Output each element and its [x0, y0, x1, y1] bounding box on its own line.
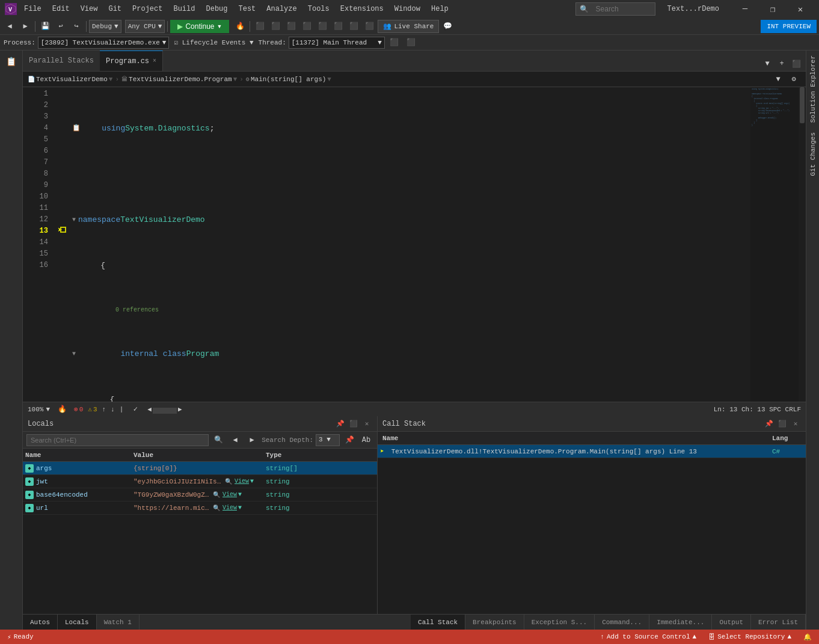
tab-error-list[interactable]: Error List — [751, 615, 806, 630]
breadcrumb-method-dropdown[interactable]: ⚙ Main(string[] args) ▼ — [246, 76, 331, 83]
menu-file[interactable]: File — [19, 2, 46, 16]
view-link-base64[interactable]: View — [222, 491, 237, 498]
menu-test[interactable]: Test — [234, 2, 261, 16]
tab-call-stack[interactable]: Call Stack — [411, 615, 465, 630]
menu-window[interactable]: Window — [390, 2, 425, 16]
view-dropdown-jwt[interactable]: ▼ — [250, 478, 254, 485]
live-share-button[interactable]: 👥 Live Share — [378, 20, 439, 33]
menu-extensions[interactable]: Extensions — [336, 2, 388, 16]
step-out-button[interactable]: ⬛ — [284, 19, 298, 34]
call-stack-pin-button[interactable]: 📌 — [764, 419, 775, 429]
menu-build[interactable]: Build — [168, 2, 200, 16]
add-to-source-control-button[interactable]: ↑ Add to Source Control ▲ — [598, 633, 699, 640]
table-row[interactable]: ◆ jwt "eyJhbGciOiJIUzI1NiIsInR5cCl... 🔍 … — [23, 475, 377, 488]
sidebar-icon-1[interactable]: 📋 — [3, 53, 20, 70]
locals-close-button[interactable]: ✕ — [361, 419, 372, 429]
tab-list-button[interactable]: ▼ — [760, 57, 775, 71]
view-link-url[interactable]: View — [222, 504, 237, 511]
code-scrollbar[interactable] — [799, 87, 806, 402]
table-row[interactable]: ◆ args {string[0]} string[] — [23, 462, 377, 475]
nav-up-button[interactable]: ↑ — [102, 406, 106, 413]
tab-parallel-stacks[interactable]: Parallel Stacks — [23, 51, 100, 71]
table-row[interactable]: ◆ url "https://learn.microsoft.com/... 🔍… — [23, 501, 377, 515]
code-content[interactable]: 📋 using System.Diagnostics; ▼ namespace … — [67, 87, 750, 402]
locals-regex-button[interactable]: Ab — [359, 433, 373, 447]
locals-expand-button[interactable]: ⬛ — [348, 419, 359, 429]
back-button[interactable]: ◀ — [2, 19, 17, 34]
undo-button[interactable]: ↩ — [54, 19, 68, 34]
view-dropdown-url[interactable]: ▼ — [238, 504, 242, 511]
menu-view[interactable]: View — [76, 2, 103, 16]
view-link-jwt[interactable]: View — [235, 478, 249, 485]
process-dropdown[interactable]: [23892] TextVisualizerDemo.exe ▼ — [38, 37, 170, 49]
notification-bell[interactable]: 🔔 — [801, 633, 814, 641]
menu-git[interactable]: Git — [103, 2, 126, 16]
locals-nav-prev[interactable]: ◀ — [228, 433, 242, 447]
cpu-mode-dropdown[interactable]: Any CPU ▼ — [125, 20, 165, 33]
fire-status-icon[interactable]: 🔥 — [55, 402, 69, 417]
debug-mode-dropdown[interactable]: Debug ▼ — [89, 20, 121, 33]
feedback-button[interactable]: 💬 — [440, 19, 455, 34]
thread-options-button[interactable]: ⬛ — [387, 35, 402, 50]
save-button[interactable]: 💾 — [38, 19, 52, 34]
step-over-button[interactable]: ⬛ — [253, 19, 267, 34]
solution-explorer-label[interactable]: Solution Explorer — [808, 51, 818, 127]
debug-option-2[interactable]: ⬛ — [346, 19, 361, 34]
int-preview-button[interactable]: INT PREVIEW — [761, 20, 817, 33]
new-editor-button[interactable]: + — [775, 57, 789, 71]
locals-pin-button[interactable]: 📌 — [335, 419, 346, 429]
debug-option-3[interactable]: ⬛ — [362, 19, 376, 34]
locals-search-icon[interactable]: 🔍 — [211, 433, 225, 447]
zoom-control[interactable]: 100% ▼ — [28, 406, 50, 413]
locals-nav-next[interactable]: ▶ — [245, 433, 259, 447]
menu-debug[interactable]: Debug — [201, 2, 232, 16]
thread-option-2[interactable]: ⬛ — [404, 35, 419, 50]
close-button[interactable]: ✕ — [787, 0, 814, 18]
debug-option-1[interactable]: ⬛ — [331, 19, 345, 34]
depth-value-dropdown[interactable]: 3 ▼ — [316, 434, 340, 446]
maximize-button[interactable]: ❐ — [759, 0, 787, 18]
git-changes-label[interactable]: Git Changes — [808, 127, 818, 181]
tab-locals[interactable]: Locals — [58, 615, 97, 630]
forward-button[interactable]: ▶ — [18, 19, 32, 34]
tab-program-cs[interactable]: Program.cs × — [100, 51, 163, 71]
code-scrollbar-thumb[interactable] — [800, 87, 805, 123]
call-stack-expand-button[interactable]: ⬛ — [777, 419, 788, 429]
tab-exception-settings[interactable]: Exception S... — [524, 615, 595, 630]
locals-search-input[interactable] — [26, 434, 209, 446]
select-repository-button[interactable]: 🗄 Select Repository ▲ — [706, 633, 794, 641]
tab-output[interactable]: Output — [712, 615, 751, 630]
menu-tools[interactable]: Tools — [303, 2, 334, 16]
locals-pin2-button[interactable]: 📌 — [342, 433, 357, 447]
fire-button[interactable]: 🔥 — [233, 19, 247, 34]
solution-explorer-button[interactable]: ⬛ — [789, 57, 803, 71]
tab-breakpoints[interactable]: Breakpoints — [465, 615, 524, 630]
expand-button[interactable]: ▼ — [771, 72, 785, 87]
settings-icon[interactable]: ⚙ — [787, 72, 801, 87]
menu-help[interactable]: Help — [426, 2, 453, 16]
error-indicator[interactable]: ⊗ 0 — [74, 405, 83, 413]
call-stack-row[interactable]: ➤ TextVisualizerDemo.dll!TextVisualizerD… — [378, 445, 806, 458]
menu-edit[interactable]: Edit — [48, 2, 75, 16]
global-search-input[interactable] — [591, 2, 651, 16]
step-into-button[interactable]: ⬛ — [268, 19, 283, 34]
nav-down-button[interactable]: ↓ — [111, 406, 115, 413]
breadcrumb-class-dropdown[interactable]: 🏛 TextVisualizerDemo.Program ▼ — [121, 76, 237, 83]
breadcrumb-namespace-dropdown[interactable]: TextVisualizerDemo ▼ — [36, 76, 112, 83]
redo-button[interactable]: ↪ — [69, 19, 84, 34]
lifecycle-events-btn[interactable]: ☑ Lifecycle Events ▼ — [171, 38, 256, 46]
table-row[interactable]: ◆ base64encoded "TG9yZW0gaXBzdW0gZG9sb3I… — [23, 488, 377, 501]
tab-close-button[interactable]: × — [153, 58, 156, 64]
tab-watch-1[interactable]: Watch 1 — [97, 615, 140, 630]
call-stack-close-button[interactable]: ✕ — [790, 419, 801, 429]
menu-project[interactable]: Project — [127, 2, 167, 16]
tab-immediate[interactable]: Immediate... — [649, 615, 712, 630]
restart-button[interactable]: ⬛ — [299, 19, 314, 34]
check-mark-button[interactable]: ✓ — [128, 402, 143, 417]
tab-command[interactable]: Command... — [595, 615, 649, 630]
menu-analyze[interactable]: Analyze — [262, 2, 301, 16]
minimize-button[interactable]: ─ — [731, 0, 759, 18]
warning-indicator[interactable]: ⚠ 3 — [88, 405, 97, 413]
tab-autos[interactable]: Autos — [23, 615, 58, 630]
view-dropdown-base64[interactable]: ▼ — [238, 491, 242, 498]
